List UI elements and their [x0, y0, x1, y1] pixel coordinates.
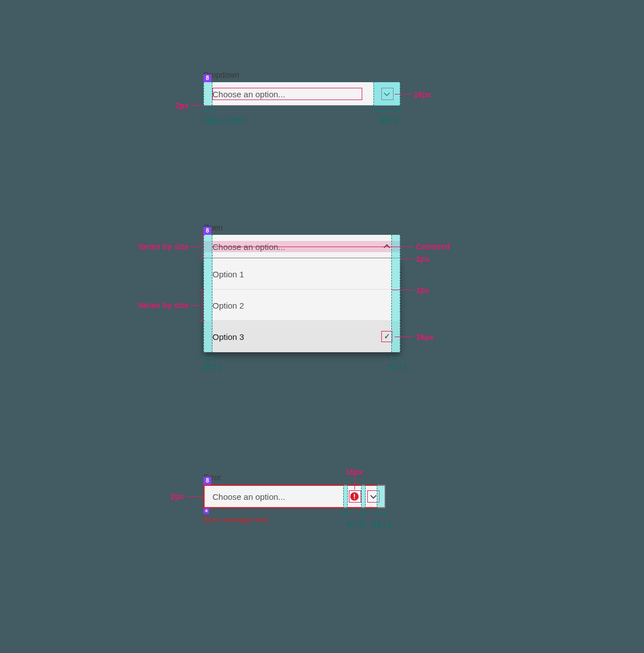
leader-line	[191, 105, 203, 106]
option-label: Option 3	[212, 332, 244, 342]
dropdown-option[interactable]: Option 2	[203, 290, 400, 321]
dropdown-closed[interactable]: Choose an option...	[203, 82, 400, 106]
dimension-label: 8 / .5	[347, 520, 364, 529]
leader-line	[400, 258, 414, 259]
svg-rect-1	[354, 494, 355, 498]
spacing-badge-8: 8	[203, 477, 211, 485]
annotation-label: 16px	[345, 467, 363, 476]
dimension-label: 16 / 1	[202, 362, 222, 371]
warning-icon	[350, 492, 359, 501]
annotation-label: 1px	[416, 286, 429, 295]
spacing-pad-left	[203, 82, 212, 106]
leader-line	[391, 290, 414, 290]
dimension-label: 16 / 1	[372, 520, 392, 529]
dimension-bracket	[391, 356, 400, 360]
dropdown-option[interactable]: Option 1	[203, 258, 400, 290]
annotation-label: Centered	[416, 242, 450, 251]
spacing-pad-right	[391, 235, 400, 352]
dimension-bracket	[377, 512, 386, 516]
annotation-label: 16px	[416, 333, 434, 342]
leader-line	[212, 247, 414, 247]
dimension-label: 16px / 1rem	[203, 116, 245, 125]
annotation-label: 16px	[414, 90, 432, 99]
checkmark-icon: ✓	[381, 331, 392, 342]
dimension-label: 16 / 1	[388, 362, 408, 371]
annotation-ibar	[200, 290, 205, 321]
annotation-ibar	[200, 235, 205, 258]
annotation-label: 2px	[176, 101, 189, 110]
annotation-label: Varies by size	[138, 301, 189, 310]
dimension-bracket	[203, 109, 212, 113]
leader-line	[186, 496, 203, 497]
error-message: Error message here	[203, 515, 268, 524]
dimension-bracket	[203, 356, 212, 360]
dropdown-option-selected[interactable]: Option 3 ✓	[203, 321, 400, 352]
leader-line	[354, 476, 355, 490]
dropdown-menu: Option 1 Option 2 Option 3 ✓	[203, 258, 400, 352]
annotation-label: 1px	[416, 254, 429, 263]
dimension-label: 48 / 3	[379, 116, 399, 125]
spacing-pad	[361, 485, 366, 508]
option-label: Option 2	[212, 301, 244, 310]
spacing-badge-4: 4	[203, 508, 209, 514]
spacing-pad	[343, 485, 348, 508]
svg-rect-2	[354, 498, 355, 499]
leader-line	[395, 337, 414, 337]
leader-line	[395, 94, 411, 94]
leader-line	[190, 247, 200, 247]
dropdown-placeholder: Choose an option...	[212, 492, 285, 501]
option-label: Option 1	[212, 269, 244, 279]
annotation-label: Varies by size	[138, 242, 189, 251]
dropdown-open[interactable]: Choose an option... Option 1 Option 2 Op…	[203, 235, 400, 352]
spacing-pad	[377, 485, 386, 508]
dimension-bracket	[361, 512, 366, 516]
spacing-badge-8: 8	[203, 74, 211, 82]
spacing-pad-left	[203, 235, 212, 352]
annotation-text-outline	[212, 88, 362, 100]
dimension-bracket	[373, 109, 400, 113]
dropdown-error[interactable]: Choose an option...	[203, 485, 386, 508]
spacing-badge-8: 8	[203, 227, 211, 235]
leader-line	[190, 305, 200, 306]
spacing-dash	[373, 82, 374, 106]
annotation-label: 2px	[171, 492, 184, 501]
dimension-bracket	[343, 512, 348, 516]
